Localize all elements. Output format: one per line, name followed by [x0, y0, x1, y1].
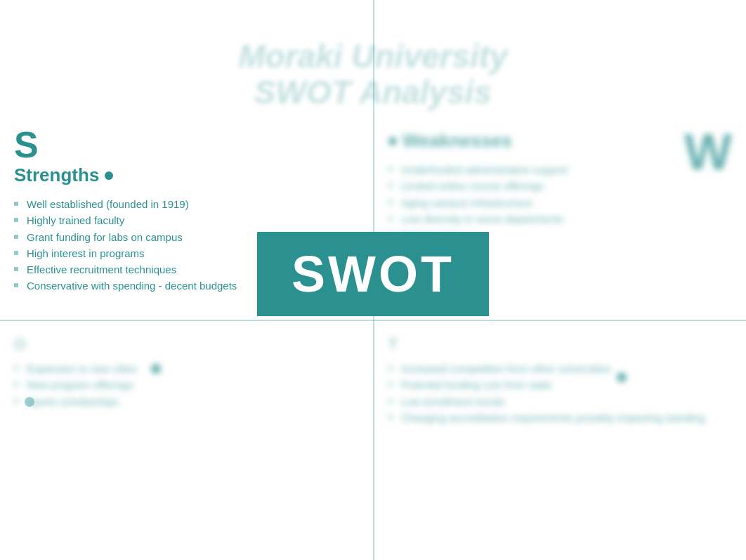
strengths-letter: S — [14, 126, 359, 163]
list-item: New program offerings — [14, 377, 359, 393]
threats-quadrant: T Increased competition from other unive… — [374, 321, 746, 560]
weaknesses-list: Underfunded administrative support Limit… — [388, 162, 732, 243]
list-item: Changing accreditation requirements poss… — [388, 410, 732, 426]
list-item: Highly trained faculty — [14, 212, 359, 228]
list-item: Limited online course offerings — [388, 178, 732, 194]
list-item: Sports scholarships — [14, 393, 359, 410]
list-item: Expansion to new cities — [14, 360, 359, 377]
list-item: Increased competition from other univers… — [388, 360, 732, 377]
list-item: Low diversity in some departments — [388, 211, 732, 227]
weaknesses-title: Weaknesses — [388, 130, 732, 152]
list-item: Well established (founded in 1919) — [14, 196, 359, 212]
threats-list: Increased competition from other univers… — [388, 360, 732, 426]
threats-letter: T — [388, 335, 398, 353]
weaknesses-dot — [388, 137, 397, 145]
center-swot-box: SWOT — [257, 232, 489, 316]
strengths-dot — [105, 171, 113, 180]
opportunities-letter: O — [14, 335, 26, 353]
strengths-title: Strengths — [14, 164, 359, 186]
list-item: Underfunded administrative support — [388, 162, 732, 178]
opportunities-quadrant: O Expansion to new cities New program of… — [0, 321, 373, 560]
list-item: Aging campus infrastructure — [388, 195, 732, 211]
opportunities-list: Expansion to new cities New program offe… — [14, 360, 359, 410]
list-item: Low enrollment trends — [388, 393, 732, 410]
center-swot-label: SWOT — [292, 245, 454, 303]
list-item: Potential funding cuts from state — [388, 377, 732, 393]
